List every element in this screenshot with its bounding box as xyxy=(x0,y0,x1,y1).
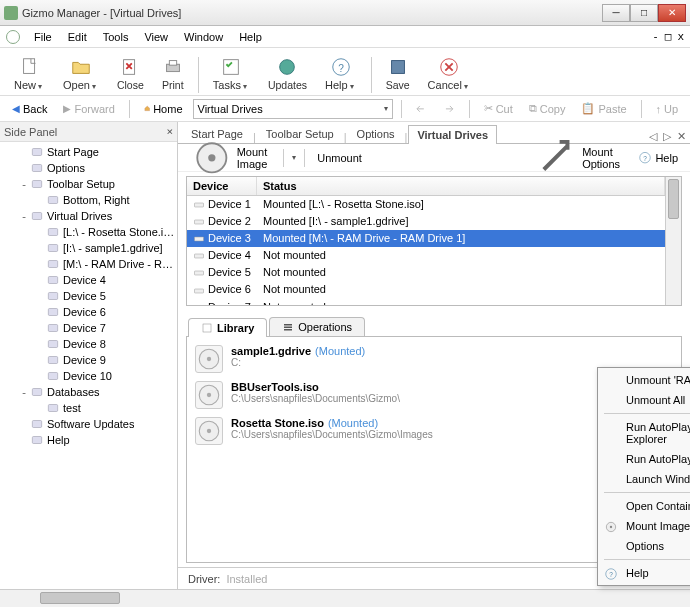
context-menu-item[interactable]: Open Containing Folder xyxy=(600,496,690,516)
context-menu-item-label: Unmount All xyxy=(626,394,685,406)
help-button[interactable]: ?Help xyxy=(317,54,365,93)
device-row[interactable]: Device 4Not mounted xyxy=(187,247,665,264)
tree-item[interactable]: Device 8 xyxy=(0,336,177,352)
tree-item[interactable]: -Virtual Drives xyxy=(0,208,177,224)
tree-twisty[interactable]: - xyxy=(18,386,30,399)
tree-item[interactable]: Device 5 xyxy=(0,288,177,304)
tree-item[interactable]: Bottom, Right xyxy=(0,192,177,208)
menu-view[interactable]: View xyxy=(136,29,176,45)
side-panel-header: Side Panel × xyxy=(0,122,177,142)
globe-icon xyxy=(30,417,44,431)
menu-window[interactable]: Window xyxy=(176,29,231,45)
tree-item-label: Software Updates xyxy=(47,418,134,430)
context-menu-item[interactable]: Run AutoPlay, or launch Windows Explorer xyxy=(600,417,690,449)
tree-item[interactable]: [M:\ - RAM Drive - RAM D xyxy=(0,256,177,272)
tab-library[interactable]: Library xyxy=(188,318,267,337)
menu-help[interactable]: Help xyxy=(231,29,270,45)
dropdown-icon[interactable]: ▾ xyxy=(292,153,296,162)
tree-twisty[interactable]: - xyxy=(18,178,30,191)
context-menu-item[interactable]: Launch Windows Explorer xyxy=(600,469,690,489)
tab-virtual-drives[interactable]: Virtual Drives xyxy=(408,125,497,144)
context-menu-item[interactable]: Options xyxy=(600,536,690,556)
unmount-button[interactable]: Unmount xyxy=(313,150,366,166)
svg-point-5 xyxy=(280,60,295,75)
db-icon xyxy=(30,385,44,399)
cut-button[interactable]: ✂ Cut xyxy=(478,100,519,117)
maximize-button[interactable]: □ xyxy=(630,4,658,22)
db-icon xyxy=(46,401,60,415)
new-button[interactable]: New xyxy=(6,54,53,93)
mdi-minimize-button[interactable]: - xyxy=(652,30,659,43)
back-button[interactable]: ◀Back xyxy=(6,101,53,117)
context-menu-item[interactable]: Unmount All xyxy=(600,390,690,410)
device-row[interactable]: Device 2Mounted [I:\ - sample1.gdrive] xyxy=(187,213,665,230)
tree-item[interactable]: test xyxy=(0,400,177,416)
minimize-button[interactable]: ─ xyxy=(602,4,630,22)
menu-file[interactable]: File xyxy=(26,29,60,45)
column-header-status[interactable]: Status xyxy=(257,177,665,195)
context-menu-item[interactable]: Mount Image xyxy=(600,516,690,536)
tree-item[interactable]: Device 10 xyxy=(0,368,177,384)
device-row[interactable]: Device 7Not mounted xyxy=(187,299,665,305)
table-scrollbar[interactable] xyxy=(665,177,681,305)
side-panel-tree[interactable]: Start PageOptions-Toolbar SetupBottom, R… xyxy=(0,142,177,589)
drive-icon xyxy=(46,305,60,319)
redo-button[interactable] xyxy=(437,101,461,117)
tree-item[interactable]: Device 4 xyxy=(0,272,177,288)
menu-edit[interactable]: Edit xyxy=(60,29,95,45)
context-menu-item[interactable]: Unmount 'RAM Drive - RAM Drive 1' xyxy=(600,370,690,390)
print-button[interactable]: Print xyxy=(154,54,192,93)
svg-rect-15 xyxy=(48,229,57,236)
mdi-restore-button[interactable]: □ xyxy=(665,30,672,43)
context-menu-item[interactable]: Run AutoPlay xyxy=(600,449,690,469)
driver-label: Driver: xyxy=(188,573,220,585)
tree-item[interactable]: [L:\ - Rosetta Stone.iso] xyxy=(0,224,177,240)
column-header-device[interactable]: Device xyxy=(187,177,257,195)
mount-image-button[interactable]: Mount Image xyxy=(186,134,275,182)
help-icon: ? xyxy=(604,567,618,581)
menu-tools[interactable]: Tools xyxy=(95,29,137,45)
tree-item[interactable]: -Databases xyxy=(0,384,177,400)
tab-operations[interactable]: Operations xyxy=(269,317,365,336)
tree-item[interactable]: Start Page xyxy=(0,144,177,160)
undo-button[interactable] xyxy=(409,101,433,117)
tree-item[interactable]: Device 6 xyxy=(0,304,177,320)
close-button[interactable]: Close xyxy=(109,54,152,93)
svg-rect-43 xyxy=(284,329,292,331)
forward-button[interactable]: ▶Forward xyxy=(57,101,120,117)
drive-icon xyxy=(193,199,205,211)
paste-button[interactable]: 📋 Paste xyxy=(575,100,632,117)
tree-item[interactable]: Help xyxy=(0,432,177,448)
tree-item[interactable]: Options xyxy=(0,160,177,176)
tree-item-label: Databases xyxy=(47,386,100,398)
cancel-button[interactable]: Cancel xyxy=(420,54,479,93)
home-button[interactable]: Home xyxy=(138,101,189,117)
side-panel-close-button[interactable]: × xyxy=(166,125,173,138)
device-row[interactable]: Device 5Not mounted xyxy=(187,264,665,281)
tree-item[interactable]: -Toolbar Setup xyxy=(0,176,177,192)
up-button[interactable]: ↑ Up xyxy=(649,101,684,117)
address-combobox[interactable]: Virtual Drives▾ xyxy=(193,99,393,119)
tree-item[interactable]: Device 7 xyxy=(0,320,177,336)
save-button[interactable]: Save xyxy=(378,54,418,93)
tree-item[interactable]: [I:\ - sample1.gdrive] xyxy=(0,240,177,256)
app-menu-icon[interactable] xyxy=(6,30,20,44)
close-window-button[interactable]: ✕ xyxy=(658,4,686,22)
tab-options[interactable]: Options xyxy=(348,124,404,143)
mdi-close-button[interactable]: x xyxy=(677,30,684,43)
tree-item[interactable]: Device 9 xyxy=(0,352,177,368)
updates-button[interactable]: Updates xyxy=(260,54,315,93)
device-row[interactable]: Device 1Mounted [L:\ - Rosetta Stone.iso… xyxy=(187,196,665,213)
tree-twisty[interactable]: - xyxy=(18,210,30,223)
device-row[interactable]: Device 3Mounted [M:\ - RAM Drive - RAM D… xyxy=(187,230,665,247)
side-panel-hscrollbar[interactable] xyxy=(0,589,690,607)
device-row[interactable]: Device 6Not mounted xyxy=(187,281,665,298)
svg-rect-13 xyxy=(48,197,57,204)
copy-button[interactable]: ⧉ Copy xyxy=(523,100,572,117)
tasks-button[interactable]: Tasks xyxy=(205,54,258,93)
mounted-badge: (Mounted) xyxy=(328,417,378,429)
context-menu-item[interactable]: ?Help xyxy=(600,563,690,583)
disc-icon xyxy=(604,520,618,534)
tree-item[interactable]: Software Updates xyxy=(0,416,177,432)
open-button[interactable]: Open xyxy=(55,54,107,93)
